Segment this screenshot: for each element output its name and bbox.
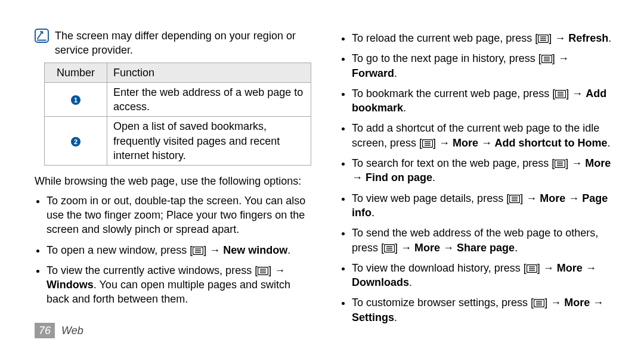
bullet-bold: More — [564, 297, 590, 309]
bracket-close: ] — [520, 192, 523, 204]
menu-icon — [541, 55, 552, 63]
bullet-bold: Windows — [47, 279, 94, 291]
bracket-close: ] — [565, 157, 568, 169]
bracket-close: ] — [395, 242, 398, 254]
left-bullet-list: To zoom in or out, double-tap the screen… — [47, 194, 311, 307]
arrow: → — [352, 172, 363, 183]
bullet-post: . — [432, 172, 435, 183]
arrow: → — [558, 52, 569, 64]
list-item: To view the currently active windows, pr… — [47, 263, 311, 307]
list-item: To add a shortcut of the current web pag… — [352, 121, 613, 150]
right-column: To reload the current web page, press []… — [340, 29, 613, 331]
table-header-function: Function — [107, 63, 311, 82]
bullet-post: . — [287, 244, 290, 256]
bullet-pre: To bookmark the current web page, press … — [352, 88, 555, 99]
bracket-close: ] — [552, 52, 555, 64]
bullet-post: . — [515, 242, 518, 254]
menu-icon — [384, 244, 395, 253]
bracket-close: ] — [268, 264, 271, 276]
list-item: To view web page details, press [] → Mor… — [352, 191, 613, 220]
arrow: → — [526, 192, 537, 204]
bracket-close: ] — [433, 137, 436, 149]
table-cell-number: 2 — [45, 117, 107, 166]
bullet-bold: Downloads — [352, 276, 409, 288]
bullet-bold: More — [557, 262, 583, 274]
menu-icon — [538, 35, 549, 43]
manual-page: The screen may differ depending on your … — [0, 0, 644, 349]
table-cell-function: Enter the web address of a web page to a… — [107, 82, 311, 117]
function-table: Number Function 1 Enter the web address … — [44, 63, 311, 166]
arrow: → — [572, 88, 583, 99]
menu-icon — [193, 247, 203, 255]
list-item: To send the web address of the web page … — [352, 226, 613, 255]
menu-icon — [527, 264, 537, 273]
arrow: → — [568, 192, 579, 204]
arrow: → — [439, 137, 450, 149]
menu-icon — [555, 160, 565, 168]
note-block: The screen may differ depending on your … — [35, 29, 311, 58]
bullet-post: . — [403, 102, 406, 114]
arrow: → — [593, 297, 603, 309]
right-bullet-list: To reload the current web page, press []… — [352, 31, 613, 325]
bracket-close: ] — [203, 244, 206, 256]
page-number: 76 — [35, 323, 55, 338]
bullet-pre: To view the currently active windows, pr… — [47, 264, 258, 276]
intro-paragraph: While browsing the web page, use the fol… — [35, 174, 311, 188]
arrow: → — [274, 264, 285, 276]
bullet-bold: More — [540, 192, 565, 204]
bullet-bold: New window — [223, 244, 287, 256]
bullet-pre: To view web page details, press [ — [352, 192, 509, 204]
number-badge-icon: 2 — [71, 137, 80, 147]
bullet-bold: Forward — [352, 67, 394, 79]
arrow: → — [586, 262, 596, 274]
menu-icon — [258, 267, 268, 275]
two-column-layout: The screen may differ depending on your … — [35, 29, 613, 331]
number-badge-icon: 1 — [71, 95, 80, 105]
table-header-row: Number Function — [45, 63, 311, 82]
menu-icon — [509, 195, 520, 203]
page-footer: 76 Web — [35, 323, 83, 338]
bullet-pre: To open a new window, press [ — [47, 244, 193, 256]
bracket-close: ] — [544, 297, 547, 309]
bullet-pre: To view the download history, press [ — [352, 262, 527, 274]
bullet-bold: More — [585, 157, 611, 169]
arrow: → — [209, 244, 220, 256]
menu-icon — [534, 299, 544, 307]
bullet-text: To zoom in or out, double-tap the screen… — [47, 195, 305, 236]
bullet-post: . — [409, 276, 412, 288]
arrow: → — [555, 32, 565, 44]
menu-icon — [555, 90, 566, 98]
section-title: Web — [61, 325, 83, 336]
bracket-close: ] — [549, 32, 552, 44]
bullet-post: . — [394, 67, 397, 79]
arrow: → — [543, 262, 554, 274]
bullet-bold: More → Add shortcut to Home — [453, 137, 607, 149]
left-column: The screen may differ depending on your … — [35, 29, 311, 331]
list-item: To bookmark the current web page, press … — [352, 86, 613, 116]
bullet-bold: Find on page — [366, 172, 432, 183]
list-item: To customize browser settings, press [] … — [352, 295, 613, 325]
list-item: To zoom in or out, double-tap the screen… — [47, 194, 311, 237]
bullet-bold: Refresh — [568, 32, 608, 44]
bullet-post: . — [608, 32, 611, 44]
table-cell-function: Open a list of saved bookmarks, frequent… — [107, 117, 311, 166]
table-header-number: Number — [45, 63, 107, 82]
bullet-pre: To reload the current web page, press [ — [352, 32, 538, 44]
note-icon — [35, 29, 49, 43]
table-cell-number: 1 — [45, 82, 107, 117]
list-item: To reload the current web page, press []… — [352, 31, 613, 45]
bracket-close: ] — [566, 88, 569, 99]
list-item: To go to the next page in history, press… — [352, 51, 613, 80]
arrow: → — [401, 242, 411, 254]
note-text: The screen may differ depending on your … — [55, 29, 311, 58]
list-item: To open a new window, press [] → New win… — [47, 243, 311, 257]
bullet-bold: More → Share page — [414, 242, 515, 254]
bullet-bold: Settings — [352, 311, 394, 323]
arrow: → — [571, 157, 582, 169]
list-item: To search for text on the web page, pres… — [352, 156, 613, 185]
list-item: To view the download history, press [] →… — [352, 261, 613, 290]
bracket-close: ] — [537, 262, 540, 274]
bullet-post: . — [607, 137, 610, 149]
bullet-post: . — [394, 311, 397, 323]
menu-icon — [422, 139, 433, 148]
